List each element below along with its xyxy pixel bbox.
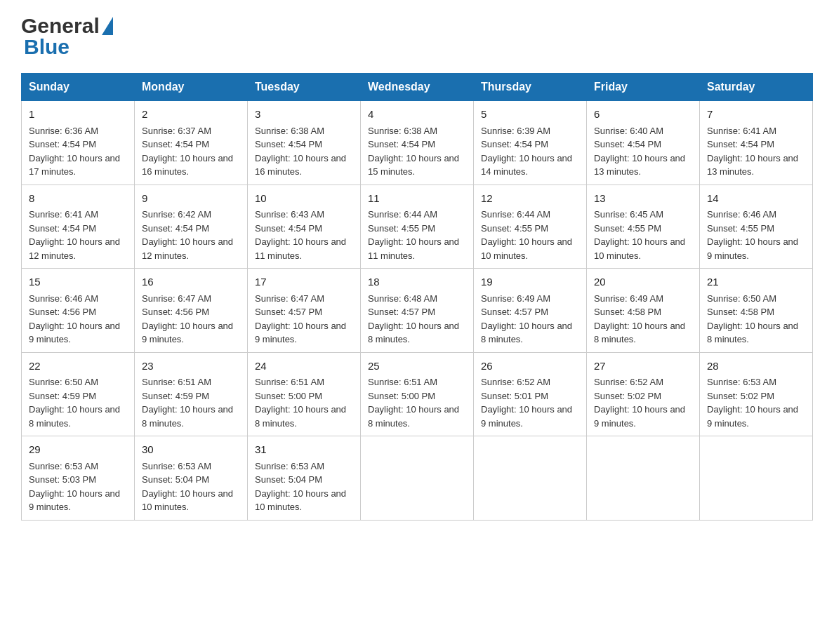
- sunrise-label: Sunrise: 6:38 AM: [368, 126, 437, 136]
- calendar-cell: 3Sunrise: 6:38 AMSunset: 4:54 PMDaylight…: [248, 101, 361, 185]
- day-header-thursday: Thursday: [474, 74, 587, 101]
- calendar-cell: 21Sunrise: 6:50 AMSunset: 4:58 PMDayligh…: [700, 269, 813, 353]
- calendar-cell: 12Sunrise: 6:44 AMSunset: 4:55 PMDayligh…: [474, 185, 587, 269]
- calendar-cell: 11Sunrise: 6:44 AMSunset: 4:55 PMDayligh…: [361, 185, 474, 269]
- day-number: 2: [142, 107, 240, 123]
- sunrise-label: Sunrise: 6:43 AM: [255, 209, 324, 220]
- calendar-cell: 19Sunrise: 6:49 AMSunset: 4:57 PMDayligh…: [474, 269, 587, 353]
- calendar-cell: 6Sunrise: 6:40 AMSunset: 4:54 PMDaylight…: [587, 101, 700, 185]
- day-number: 4: [368, 107, 466, 123]
- daylight-label: Daylight: 10 hours and 9 minutes.: [29, 321, 120, 345]
- sunrise-label: Sunrise: 6:50 AM: [29, 377, 98, 387]
- day-header-sunday: Sunday: [22, 74, 135, 101]
- daylight-label: Daylight: 10 hours and 8 minutes.: [142, 404, 233, 429]
- sunset-label: Sunset: 4:54 PM: [142, 139, 209, 149]
- sunset-label: Sunset: 4:55 PM: [368, 223, 435, 234]
- day-header-monday: Monday: [135, 74, 248, 101]
- day-number: 16: [142, 274, 240, 290]
- daylight-label: Daylight: 10 hours and 10 minutes.: [594, 236, 685, 261]
- daylight-label: Daylight: 10 hours and 12 minutes.: [29, 236, 120, 261]
- calendar-cell: 20Sunrise: 6:49 AMSunset: 4:58 PMDayligh…: [587, 269, 700, 353]
- day-number: 31: [255, 442, 353, 458]
- sunrise-label: Sunrise: 6:48 AM: [368, 293, 437, 304]
- sunrise-label: Sunrise: 6:52 AM: [594, 377, 663, 387]
- logo-blue-text: Blue: [24, 35, 70, 59]
- sunset-label: Sunset: 4:54 PM: [707, 139, 774, 149]
- calendar-cell: [700, 436, 813, 521]
- calendar-cell: [474, 436, 587, 521]
- day-number: 14: [707, 191, 805, 207]
- sunrise-label: Sunrise: 6:53 AM: [255, 461, 324, 471]
- sunset-label: Sunset: 5:03 PM: [29, 474, 96, 485]
- calendar-cell: 31Sunrise: 6:53 AMSunset: 5:04 PMDayligh…: [248, 436, 361, 521]
- sunset-label: Sunset: 5:02 PM: [707, 391, 774, 401]
- sunset-label: Sunset: 5:02 PM: [594, 391, 661, 401]
- daylight-label: Daylight: 10 hours and 9 minutes.: [255, 321, 346, 345]
- day-header-wednesday: Wednesday: [361, 74, 474, 101]
- calendar-cell: 23Sunrise: 6:51 AMSunset: 4:59 PMDayligh…: [135, 352, 248, 436]
- sunset-label: Sunset: 4:54 PM: [255, 223, 322, 234]
- day-number: 23: [142, 358, 240, 375]
- day-number: 22: [29, 358, 127, 375]
- calendar-cell: 8Sunrise: 6:41 AMSunset: 4:54 PMDaylight…: [22, 185, 135, 269]
- day-header-friday: Friday: [587, 74, 700, 101]
- calendar-week-row: 29Sunrise: 6:53 AMSunset: 5:03 PMDayligh…: [22, 436, 813, 521]
- day-number: 8: [29, 191, 127, 207]
- daylight-label: Daylight: 10 hours and 8 minutes.: [707, 321, 798, 345]
- sunrise-label: Sunrise: 6:51 AM: [142, 377, 211, 387]
- daylight-label: Daylight: 10 hours and 12 minutes.: [142, 236, 233, 261]
- day-number: 19: [481, 274, 579, 290]
- sunrise-label: Sunrise: 6:53 AM: [707, 377, 776, 387]
- day-number: 21: [707, 274, 805, 290]
- daylight-label: Daylight: 10 hours and 9 minutes.: [481, 404, 572, 429]
- calendar-cell: 18Sunrise: 6:48 AMSunset: 4:57 PMDayligh…: [361, 269, 474, 353]
- calendar-week-row: 15Sunrise: 6:46 AMSunset: 4:56 PMDayligh…: [22, 269, 813, 353]
- sunset-label: Sunset: 4:55 PM: [594, 223, 661, 234]
- sunrise-label: Sunrise: 6:52 AM: [481, 377, 550, 387]
- calendar-cell: 2Sunrise: 6:37 AMSunset: 4:54 PMDaylight…: [135, 101, 248, 185]
- calendar-cell: 16Sunrise: 6:47 AMSunset: 4:56 PMDayligh…: [135, 269, 248, 353]
- sunrise-label: Sunrise: 6:40 AM: [594, 126, 663, 136]
- daylight-label: Daylight: 10 hours and 8 minutes.: [481, 321, 572, 345]
- daylight-label: Daylight: 10 hours and 8 minutes.: [594, 321, 685, 345]
- logo: General Blue: [21, 14, 113, 59]
- daylight-label: Daylight: 10 hours and 9 minutes.: [707, 236, 798, 261]
- sunrise-label: Sunrise: 6:46 AM: [707, 209, 776, 220]
- sunrise-label: Sunrise: 6:49 AM: [594, 293, 663, 304]
- sunset-label: Sunset: 4:54 PM: [255, 139, 322, 149]
- calendar-cell: 9Sunrise: 6:42 AMSunset: 4:54 PMDaylight…: [135, 185, 248, 269]
- daylight-label: Daylight: 10 hours and 9 minutes.: [29, 488, 120, 513]
- sunrise-label: Sunrise: 6:51 AM: [255, 377, 324, 387]
- day-number: 27: [594, 358, 692, 375]
- sunrise-label: Sunrise: 6:53 AM: [142, 461, 211, 471]
- day-number: 17: [255, 274, 353, 290]
- day-number: 6: [594, 107, 692, 123]
- day-number: 10: [255, 191, 353, 207]
- sunset-label: Sunset: 4:55 PM: [481, 223, 548, 234]
- sunset-label: Sunset: 4:55 PM: [707, 223, 774, 234]
- sunrise-label: Sunrise: 6:53 AM: [29, 461, 98, 471]
- daylight-label: Daylight: 10 hours and 13 minutes.: [707, 153, 798, 177]
- calendar-cell: 5Sunrise: 6:39 AMSunset: 4:54 PMDaylight…: [474, 101, 587, 185]
- daylight-label: Daylight: 10 hours and 8 minutes.: [29, 404, 120, 429]
- day-number: 5: [481, 107, 579, 123]
- daylight-label: Daylight: 10 hours and 10 minutes.: [142, 488, 233, 513]
- calendar-week-row: 22Sunrise: 6:50 AMSunset: 4:59 PMDayligh…: [22, 352, 813, 436]
- calendar-cell: 28Sunrise: 6:53 AMSunset: 5:02 PMDayligh…: [700, 352, 813, 436]
- day-number: 11: [368, 191, 466, 207]
- daylight-label: Daylight: 10 hours and 11 minutes.: [255, 236, 346, 261]
- day-number: 1: [29, 107, 127, 123]
- day-number: 9: [142, 191, 240, 207]
- sunrise-label: Sunrise: 6:42 AM: [142, 209, 211, 220]
- sunset-label: Sunset: 4:54 PM: [368, 139, 435, 149]
- calendar-week-row: 8Sunrise: 6:41 AMSunset: 4:54 PMDaylight…: [22, 185, 813, 269]
- calendar-cell: 10Sunrise: 6:43 AMSunset: 4:54 PMDayligh…: [248, 185, 361, 269]
- sunrise-label: Sunrise: 6:41 AM: [29, 209, 98, 220]
- daylight-label: Daylight: 10 hours and 8 minutes.: [368, 321, 459, 345]
- calendar-cell: 24Sunrise: 6:51 AMSunset: 5:00 PMDayligh…: [248, 352, 361, 436]
- calendar-cell: 30Sunrise: 6:53 AMSunset: 5:04 PMDayligh…: [135, 436, 248, 521]
- sunrise-label: Sunrise: 6:47 AM: [142, 293, 211, 304]
- day-header-tuesday: Tuesday: [248, 74, 361, 101]
- sunset-label: Sunset: 5:00 PM: [255, 391, 322, 401]
- sunset-label: Sunset: 4:57 PM: [255, 307, 322, 317]
